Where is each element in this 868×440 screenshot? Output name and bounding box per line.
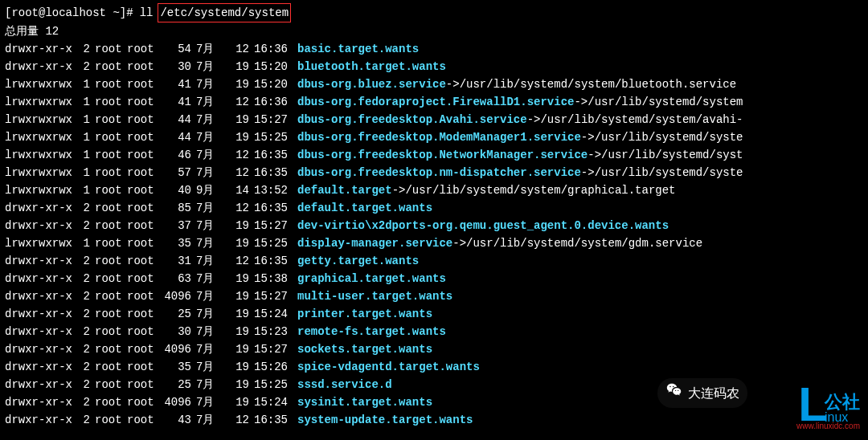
file-name[interactable]: spice-vdagentd.target.wants [297,358,480,376]
time: 16:36 [254,40,293,58]
time: 15:24 [254,393,293,411]
listing-row: lrwxrwxrwx1rootroot409月1413:52default.ta… [5,181,863,199]
total-line: 总用量 12 [5,22,863,40]
file-name[interactable]: remote-fs.target.wants [297,323,446,340]
prompt-line[interactable]: [root@localhost ~]# ll /etc/systemd/syst… [5,3,863,22]
file-name[interactable]: dbus-org.freedesktop.NetworkManager.serv… [297,146,588,164]
symlink-arrow: -> [527,111,541,128]
month: 7月 [196,340,225,358]
month: 7月 [196,358,225,376]
link-count: 2 [79,199,90,217]
file-name[interactable]: graphical.target.wants [297,270,446,287]
file-name[interactable]: dbus-org.freedesktop.nm-dispatcher.servi… [297,164,581,181]
listing-row: lrwxrwxrwx1rootroot447月1915:27dbus-org.f… [5,111,863,128]
file-name[interactable]: dev-virtio\x2dports-org.qemu.guest_agent… [297,217,669,234]
listing-row: drwxr-xr-x2rootroot257月1915:24printer.ta… [5,305,863,323]
file-name[interactable]: default.target.wants [297,199,432,217]
day: 12 [225,252,249,270]
file-size: 25 [159,305,191,323]
file-perms: drwxr-xr-x [5,340,79,358]
listing-row: lrwxrwxrwx1rootroot467月1216:35dbus-org.f… [5,146,863,164]
day: 19 [225,270,249,287]
owner: root [95,217,127,234]
file-perms: lrwxrwxrwx [5,146,79,164]
link-count: 2 [79,323,90,340]
day: 19 [225,323,249,340]
time: 15:27 [254,340,293,358]
group: root [127,234,159,252]
listing-row: lrwxrwxrwx1rootroot447月1915:25dbus-org.f… [5,128,863,146]
listing-row: lrwxrwxrwx1rootroot417月1915:20dbus-org.b… [5,75,863,93]
month: 7月 [196,376,225,393]
symlink-target: /usr/lib/systemd/system/avahi- [540,111,743,128]
file-name[interactable]: getty.target.wants [297,252,419,270]
file-name[interactable]: multi-user.target.wants [297,287,452,305]
file-name[interactable]: dbus-org.fedoraproject.FirewallD1.servic… [297,93,574,111]
file-name[interactable]: dbus-org.bluez.service [297,75,446,93]
owner: root [95,252,127,270]
link-count: 2 [79,358,90,376]
file-name[interactable]: dbus-org.freedesktop.Avahi.service [297,111,527,128]
day: 19 [225,234,249,252]
time: 15:23 [254,323,293,340]
symlink-target: /usr/lib/systemd/system/bluetooth.servic… [460,75,736,93]
file-size: 4096 [159,340,191,358]
file-name[interactable]: default.target [297,181,392,199]
link-count: 2 [79,270,90,287]
highlighted-path: /etc/systemd/system [158,3,291,22]
time: 15:24 [254,305,293,323]
file-perms: lrwxrwxrwx [5,234,79,252]
symlink-arrow: -> [446,75,460,93]
link-count: 2 [79,58,90,75]
time: 16:35 [254,252,293,270]
day: 19 [225,217,249,234]
link-count: 1 [79,111,90,128]
time: 15:25 [254,128,293,146]
group: root [127,376,159,393]
owner: root [95,164,127,181]
file-name[interactable]: sockets.target.wants [297,340,432,358]
day: 12 [225,40,249,58]
link-count: 1 [79,146,90,164]
day: 14 [225,181,249,199]
time: 15:25 [254,376,293,393]
day: 19 [225,393,249,411]
file-size: 46 [159,146,191,164]
day: 12 [225,146,249,164]
owner: root [95,305,127,323]
file-name[interactable]: basic.target.wants [297,40,419,58]
owner: root [95,411,127,429]
file-name[interactable]: dbus-org.freedesktop.ModemManager1.servi… [297,128,581,146]
month: 7月 [196,164,225,181]
symlink-target: /usr/lib/systemd/system/gdm.service [466,234,702,252]
file-perms: drwxr-xr-x [5,252,79,270]
group: root [127,287,159,305]
link-count: 2 [79,305,90,323]
file-size: 40 [159,181,191,199]
file-listing[interactable]: drwxr-xr-x2rootroot547月1216:36basic.targ… [5,40,863,429]
file-perms: drwxr-xr-x [5,358,79,376]
group: root [127,270,159,287]
owner: root [95,270,127,287]
link-count: 2 [79,287,90,305]
file-name[interactable]: display-manager.service [297,234,452,252]
file-name[interactable]: printer.target.wants [297,305,432,323]
owner: root [95,393,127,411]
file-name[interactable]: bluetooth.target.wants [297,58,446,75]
file-name[interactable]: sssd.service.d [297,376,392,393]
group: root [127,393,159,411]
symlink-arrow: -> [581,128,595,146]
group: root [127,323,159,340]
month: 7月 [196,75,225,93]
file-name[interactable]: sysinit.target.wants [297,393,432,411]
wechat-badge: 大连码农 [657,378,747,408]
link-count: 1 [79,181,90,199]
month: 9月 [196,181,225,199]
symlink-target: /usr/lib/systemd/system [588,93,743,111]
link-count: 1 [79,234,90,252]
day: 19 [225,111,249,128]
file-size: 43 [159,411,191,429]
link-count: 2 [79,393,90,411]
file-name[interactable]: system-update.target.wants [297,411,473,429]
symlink-arrow: -> [392,181,406,199]
